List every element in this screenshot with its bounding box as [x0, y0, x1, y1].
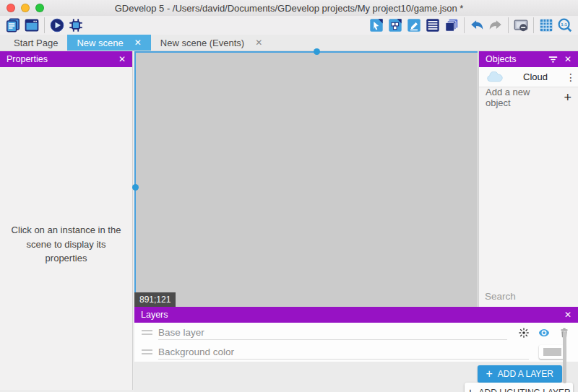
cloud-icon	[485, 71, 505, 83]
layer-row-base	[134, 323, 578, 342]
objects-search-row	[479, 287, 578, 305]
grid-icon	[538, 17, 554, 33]
cursor-coordinates-badge: 891;121	[134, 292, 176, 307]
tab-new-scene[interactable]: New scene ✕	[67, 35, 150, 51]
toolbar-separator	[464, 17, 465, 33]
object-menu-icon[interactable]: ⋮	[566, 71, 573, 83]
object-name: Cloud	[505, 71, 566, 82]
panel-title: Objects	[486, 54, 516, 64]
layers-footer: + ADD A LAYER + ADD LIGHTING LAYER	[134, 362, 578, 392]
objects-panel-header: Objects ✕	[479, 51, 578, 67]
panel-title: Layers	[141, 310, 168, 320]
open-layers-editor-button[interactable]	[442, 17, 461, 34]
window-mask-icon	[513, 17, 529, 33]
add-object-label: Add a new object	[486, 87, 556, 108]
layers-panel: Layers ✕	[134, 307, 578, 392]
launch-preview-button[interactable]	[48, 17, 66, 34]
fullscreen-window-button[interactable]	[35, 4, 44, 12]
tab-close-icon[interactable]: ✕	[134, 38, 142, 48]
play-icon	[49, 17, 65, 33]
layers-scrollbar-thumb[interactable]	[563, 331, 566, 383]
panel-title: Properties	[7, 54, 48, 64]
close-panel-icon[interactable]: ✕	[558, 54, 571, 64]
color-swatch	[543, 348, 561, 356]
objects-search-input[interactable]	[485, 291, 578, 302]
lighting-flare-icon[interactable]	[517, 326, 530, 339]
scene-properties-icon	[368, 17, 384, 33]
drag-handle-icon[interactable]	[142, 349, 152, 354]
close-panel-icon[interactable]: ✕	[113, 54, 126, 64]
layers-panel-header: Layers ✕	[134, 307, 578, 323]
resize-handle-left[interactable]	[132, 184, 139, 191]
launch-debugger-button[interactable]	[66, 17, 85, 34]
toolbar: 1:1	[0, 16, 578, 35]
start-page-icon	[24, 17, 40, 33]
toolbar-separator	[44, 17, 45, 33]
add-lighting-layer-label: ADD LIGHTING LAYER	[479, 388, 571, 392]
drag-handle-icon[interactable]	[142, 330, 152, 335]
properties-panel: Properties ✕ Click on an instance in the…	[0, 51, 133, 390]
scene-window-border-top	[134, 51, 478, 53]
add-layer-button[interactable]: + ADD A LAYER	[478, 365, 563, 383]
properties-empty-message: Click on an instance in the scene to dis…	[0, 223, 132, 266]
edit-scene-properties-button[interactable]	[367, 17, 386, 34]
add-layer-label: ADD A LAYER	[498, 369, 553, 379]
plus-icon: +	[467, 387, 473, 392]
toolbar-separator	[533, 17, 534, 33]
project-manager-icon	[5, 17, 21, 33]
redo-icon	[488, 17, 504, 33]
window-controls	[7, 4, 44, 12]
pencil-icon	[406, 17, 422, 33]
add-object-button[interactable]: Add a new object +	[479, 87, 578, 107]
minimize-window-button[interactable]	[21, 4, 30, 12]
open-objects-editor-button[interactable]	[386, 17, 405, 34]
layers-stack-icon	[444, 17, 460, 33]
titlebar: GDevelop 5 - /Users/david/Documents/GDev…	[0, 0, 578, 16]
scene-window-border-left	[134, 51, 136, 307]
background-color-swatch-button[interactable]	[539, 345, 566, 359]
object-row-cloud[interactable]: Cloud ⋮	[479, 67, 578, 87]
zoom-original-button[interactable]: 1:1	[556, 17, 574, 34]
debugger-icon	[68, 17, 84, 33]
tab-new-scene-events[interactable]: New scene (Events) ✕	[151, 35, 272, 51]
toggle-grid-button[interactable]	[537, 17, 556, 34]
tabbar: Start Page New scene ✕ New scene (Events…	[0, 35, 578, 51]
close-window-button[interactable]	[7, 4, 15, 12]
zoom-1-1-icon: 1:1	[557, 17, 573, 33]
toggle-window-mask-button[interactable]	[512, 17, 530, 34]
plus-icon: +	[564, 91, 571, 104]
visibility-eye-icon[interactable]	[538, 326, 551, 339]
resize-handle-top[interactable]	[314, 48, 320, 55]
layer-name-input[interactable]	[158, 325, 507, 340]
layer-row-background	[134, 342, 578, 362]
instances-list-icon	[425, 17, 441, 33]
zoom-level-label: 1:1	[561, 22, 567, 27]
project-manager-button[interactable]	[4, 17, 22, 34]
tab-start-page[interactable]: Start Page	[4, 35, 67, 51]
edit-object-button[interactable]	[405, 17, 423, 34]
tab-label: Start Page	[14, 38, 58, 48]
undo-icon	[469, 17, 485, 33]
plus-icon: +	[486, 368, 493, 380]
layer-name-input[interactable]	[158, 344, 529, 360]
redo-button[interactable]	[486, 17, 505, 34]
main-area: Properties ✕ Click on an instance in the…	[0, 51, 578, 392]
undo-button[interactable]	[467, 17, 486, 34]
add-lighting-layer-button[interactable]: + ADD LIGHTING LAYER	[465, 383, 573, 392]
tab-close-icon[interactable]: ✕	[255, 38, 262, 48]
open-instances-list-button[interactable]	[423, 17, 442, 34]
properties-panel-header: Properties ✕	[0, 51, 132, 67]
window-title: GDevelop 5 - /Users/david/Documents/GDev…	[0, 3, 578, 14]
toolbar-separator	[508, 17, 509, 33]
filter-icon[interactable]	[548, 54, 558, 65]
objects-panel: Objects ✕ Cloud ⋮ Add a new object +	[478, 51, 578, 307]
close-panel-icon[interactable]: ✕	[558, 310, 571, 320]
tab-label: New scene (Events)	[160, 38, 244, 48]
objects-editor-icon	[387, 17, 403, 33]
tab-label: New scene	[77, 38, 123, 48]
start-page-button[interactable]	[22, 17, 41, 34]
scene-canvas[interactable]: 891;121	[134, 51, 478, 307]
